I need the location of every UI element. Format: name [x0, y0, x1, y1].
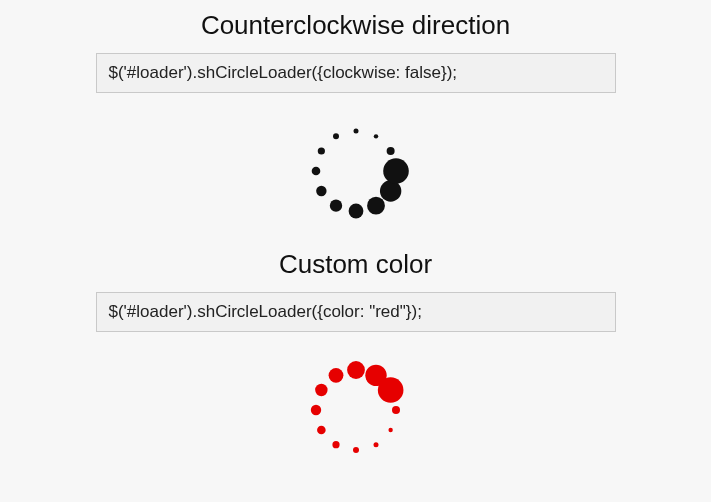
spinner-custom-color [96, 350, 616, 470]
spinner-dot [383, 158, 409, 184]
spinner-icon [296, 350, 416, 470]
spinner-dot [310, 405, 320, 415]
spinner-dot [348, 204, 363, 219]
spinner-dot [367, 197, 385, 215]
spinner-dot [347, 361, 365, 379]
spinner-dot [329, 199, 341, 211]
spinner-dot [353, 447, 359, 453]
spinner-dot [328, 368, 343, 383]
page: Counterclockwise direction $('#loader').… [0, 0, 711, 502]
spinner-dot [317, 426, 326, 435]
spinner-dot [317, 147, 324, 154]
spinner-dot [386, 147, 394, 155]
section-custom-color: Custom color $('#loader').shCircleLoader… [96, 249, 616, 470]
spinner-dot [377, 377, 403, 403]
spinner-dot [316, 186, 326, 196]
spinner-counterclockwise [96, 111, 616, 231]
spinner-icon [296, 111, 416, 231]
spinner-dot [392, 406, 400, 414]
section-counterclockwise: Counterclockwise direction $('#loader').… [96, 10, 616, 231]
spinner-dot [315, 384, 327, 396]
spinner-dot [373, 442, 378, 447]
spinner-dot [373, 134, 377, 138]
spinner-dot [332, 441, 339, 448]
spinner-dot [353, 129, 358, 134]
heading-custom-color: Custom color [96, 249, 616, 280]
code-custom-color: $('#loader').shCircleLoader({color: "red… [96, 292, 616, 332]
spinner-dot [333, 133, 339, 139]
spinner-dot [388, 428, 392, 432]
spinner-dot [311, 167, 320, 176]
code-counterclockwise: $('#loader').shCircleLoader({clockwise: … [96, 53, 616, 93]
heading-counterclockwise: Counterclockwise direction [96, 10, 616, 41]
